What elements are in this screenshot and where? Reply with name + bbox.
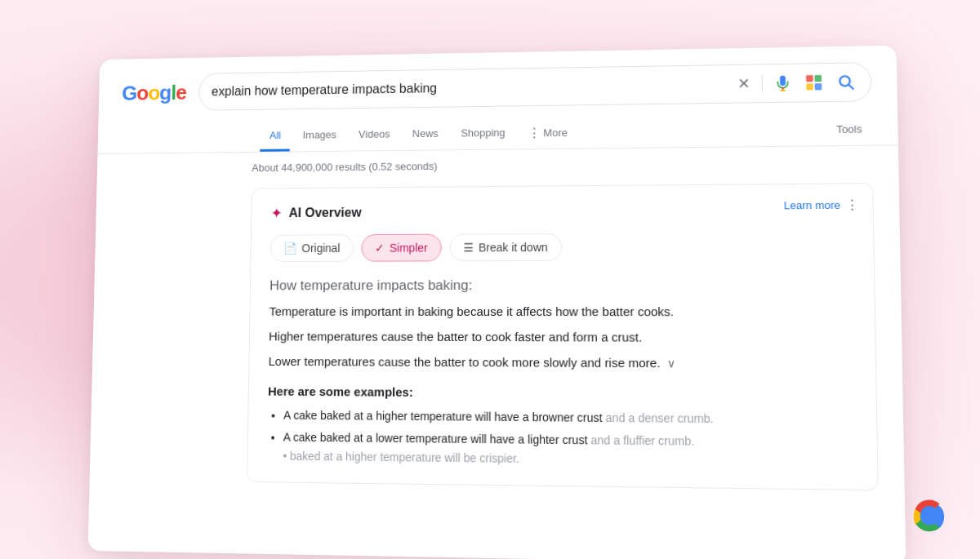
mode-buttons: 📄 Original ✓ Simpler ☰ Break it down: [270, 232, 853, 262]
more-options-icon[interactable]: ⋮: [845, 197, 859, 213]
content-body: Temperature is important in baking becau…: [269, 302, 855, 375]
results-count: About 44,900,000 results (0.52 seconds): [252, 156, 873, 174]
svg-rect-2: [806, 75, 813, 82]
content-title: How temperature impacts baking:: [270, 277, 853, 294]
paragraph-2: Higher temperatures cause the batter to …: [269, 326, 854, 348]
ai-overview-title: AI Overview: [289, 206, 362, 220]
examples-title: Here are some examples:: [268, 384, 855, 402]
example-1-faded: and a denser crumb.: [606, 411, 714, 425]
break-it-down-mode-button[interactable]: ☰ Break it down: [449, 233, 562, 261]
svg-rect-4: [806, 83, 813, 90]
examples-section: Here are some examples: A cake baked at …: [267, 384, 857, 469]
svg-rect-3: [814, 75, 822, 82]
spark-icon: ✦: [270, 205, 283, 223]
lens-button[interactable]: [803, 72, 825, 93]
learn-more-row: Learn more ⋮: [784, 197, 859, 214]
paragraph-3: Lower temperatures cause the batter to c…: [269, 352, 855, 375]
google-g-logo: [911, 499, 947, 535]
learn-more-link[interactable]: Learn more: [784, 199, 840, 212]
list-item: A cake baked at a lower temperature will…: [283, 428, 857, 452]
list-icon: ☰: [463, 241, 474, 254]
clear-button[interactable]: ✕: [736, 73, 752, 95]
tab-videos[interactable]: Videos: [349, 119, 399, 150]
example-2-faded: and a fluffier crumb.: [590, 433, 694, 448]
ai-overview-header: ✦ AI Overview: [270, 201, 853, 222]
main-content: About 44,900,000 results (0.52 seconds) …: [88, 145, 906, 559]
last-example: • baked at a higher temperature will be …: [267, 449, 857, 468]
tools-button[interactable]: Tools: [826, 114, 872, 144]
search-input[interactable]: explain how temperature impacts baking: [212, 77, 728, 99]
original-label: Original: [301, 242, 340, 255]
tab-all[interactable]: All: [260, 121, 290, 151]
divider: [762, 74, 763, 92]
lens-icon: [804, 73, 823, 91]
example-list: A cake baked at a higher temperature wil…: [267, 406, 856, 452]
close-icon: ✕: [737, 75, 751, 93]
paragraph-1: Temperature is important in baking becau…: [269, 302, 853, 322]
search-input-container[interactable]: explain how temperature impacts baking ✕: [198, 62, 872, 111]
original-icon: 📄: [283, 242, 297, 255]
microphone-icon: [774, 75, 791, 91]
svg-rect-5: [815, 83, 822, 90]
example-2-visible: A cake baked at a lower temperature will…: [283, 430, 591, 446]
more-tab[interactable]: ⋮ More: [518, 117, 577, 149]
tab-shopping[interactable]: Shopping: [451, 118, 514, 149]
search-icon: [836, 73, 855, 91]
break-it-down-label: Break it down: [479, 241, 548, 254]
simpler-mode-button[interactable]: ✓ Simpler: [362, 234, 442, 262]
expand-arrow[interactable]: ∨: [667, 356, 675, 369]
more-dots-icon: ⋮: [528, 126, 541, 141]
svg-line-7: [849, 85, 853, 89]
browser-window: Google explain how temperature impacts b…: [88, 46, 906, 559]
tab-news[interactable]: News: [403, 119, 448, 150]
google-logo: Google: [122, 80, 186, 105]
simpler-label: Simpler: [390, 242, 428, 255]
tab-images[interactable]: Images: [293, 120, 346, 151]
search-row: Google explain how temperature impacts b…: [122, 62, 872, 112]
ai-overview-card: Learn more ⋮ ✦ AI Overview 📄 Original ✓ …: [247, 183, 879, 490]
check-icon: ✓: [375, 242, 385, 255]
list-item: A cake baked at a higher temperature wil…: [283, 406, 856, 430]
search-icons: ✕: [736, 71, 858, 94]
search-bar-area: Google explain how temperature impacts b…: [97, 46, 898, 154]
original-mode-button[interactable]: 📄 Original: [270, 234, 354, 262]
example-1-visible: A cake baked at a higher temperature wil…: [283, 409, 606, 424]
microphone-button[interactable]: [773, 73, 793, 93]
search-button[interactable]: [835, 71, 857, 92]
